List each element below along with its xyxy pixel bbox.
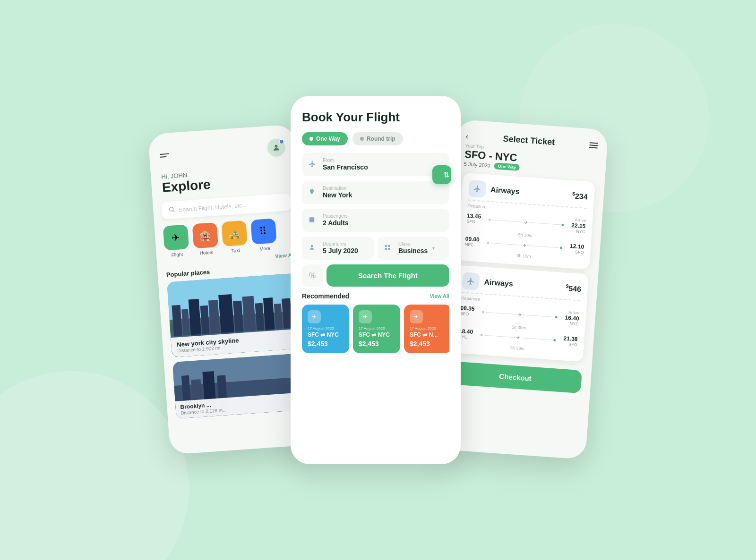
swap-button[interactable]: ⇅ bbox=[432, 165, 451, 184]
rec-price-2: $2,453 bbox=[410, 340, 446, 348]
plane-icon-0-0: ✈ bbox=[524, 220, 528, 225]
rec-route-1: SFC ⇌ NYC bbox=[359, 331, 395, 338]
airline-icon-1 bbox=[462, 272, 480, 290]
search-flight-button[interactable]: Search The Flight bbox=[326, 264, 449, 287]
category-hotels[interactable]: 🏨 Hotels bbox=[192, 222, 219, 256]
round-trip-button[interactable]: Round trip bbox=[352, 132, 403, 145]
rec-card-1[interactable]: ✈ 17 August 2020 SFC ⇌ NYC $2,453 bbox=[353, 305, 400, 353]
phones-container: Hi, JOHN Explore Search Flight, Hotels, … bbox=[94, 96, 662, 464]
destination-value: New York bbox=[323, 191, 352, 199]
recommended-title: Recommended bbox=[302, 292, 349, 300]
rec-card-icon-1: ✈ bbox=[359, 310, 372, 323]
rec-price-1: $2,453 bbox=[359, 340, 395, 348]
person-icon bbox=[309, 244, 318, 252]
arrive-code-1-1: SFO bbox=[558, 341, 577, 348]
ticket-price-1: $546 bbox=[566, 283, 582, 294]
rec-price-0: $2,453 bbox=[308, 340, 344, 348]
one-way-button[interactable]: One Way bbox=[302, 132, 348, 145]
svg-rect-34 bbox=[388, 248, 390, 250]
ticket-price-0: $234 bbox=[572, 191, 588, 202]
svg-rect-31 bbox=[385, 245, 387, 247]
checkout-button[interactable]: Checkout bbox=[448, 361, 582, 393]
class-field[interactable]: Class Business ▾ bbox=[378, 237, 449, 260]
class-value: Business bbox=[398, 247, 428, 255]
one-way-label: One Way bbox=[316, 136, 340, 142]
svg-rect-32 bbox=[388, 245, 390, 247]
search-bar[interactable]: Search Flight, Hotels, etc... bbox=[161, 193, 292, 220]
plane-icon-0-1: ✈ bbox=[523, 242, 527, 248]
promo-icon: % bbox=[309, 272, 316, 280]
airline-name-0: Airways bbox=[490, 186, 568, 199]
promo-field[interactable]: % bbox=[302, 264, 323, 287]
back-button[interactable]: ‹ bbox=[465, 132, 469, 140]
plane-icon-1-0: ✈ bbox=[518, 312, 522, 317]
flight-code-0-0: SFO bbox=[466, 219, 486, 225]
from-label: From bbox=[323, 158, 368, 163]
category-more-label: More bbox=[259, 246, 271, 252]
view-all-recommended[interactable]: View All bbox=[430, 293, 449, 299]
category-flight-label: Flight bbox=[171, 252, 183, 258]
avatar[interactable] bbox=[266, 138, 286, 157]
passengers-field[interactable]: Passengers 2 Adults bbox=[302, 209, 449, 232]
location-icon bbox=[309, 188, 318, 196]
passengers-value: 2 Adults bbox=[323, 219, 349, 227]
plane-icon-1-1: ✈ bbox=[516, 335, 520, 340]
category-flight[interactable]: ✈ Flight bbox=[163, 224, 190, 258]
destination-label: Destination bbox=[323, 186, 352, 191]
round-trip-label: Round trip bbox=[367, 136, 395, 142]
departures-field[interactable]: Departures 5 July 2020 bbox=[302, 237, 374, 260]
rec-date-1: 17 August 2020 bbox=[359, 326, 395, 331]
rec-card-2[interactable]: ✈ 17 August 2020 SFC ⇌ N... $2,453 bbox=[404, 305, 449, 353]
rec-route-0: SFC ⇌ NYC bbox=[308, 331, 344, 338]
arrive-code-0-1: SFO bbox=[565, 249, 584, 255]
recommended-cards: ✈ 17 August 2020 SFC ⇌ NYC $2,453 ✈ 17 A… bbox=[302, 305, 449, 353]
search-icon bbox=[168, 206, 175, 214]
category-taxi[interactable]: 🚕 Taxi bbox=[221, 221, 248, 254]
rec-date-0: 17 August 2020 bbox=[308, 326, 344, 331]
category-hotels-label: Hotels bbox=[199, 250, 213, 256]
svg-point-30 bbox=[311, 245, 313, 247]
passengers-label: Passengers bbox=[323, 213, 349, 219]
rec-date-2: 17 August 2020 bbox=[410, 326, 446, 331]
arrive-code-1-0: NYC bbox=[560, 321, 579, 327]
airline-name-1: Airways bbox=[484, 278, 561, 291]
select-ticket-title: Select Ticket bbox=[503, 134, 555, 147]
svg-line-2 bbox=[173, 211, 174, 212]
menu-icon[interactable] bbox=[589, 142, 598, 148]
arrive-code-0-0: NYC bbox=[566, 228, 585, 234]
flight-code-1-0: SFO bbox=[460, 311, 479, 317]
search-placeholder: Search Flight, Hotels, etc... bbox=[179, 202, 247, 213]
book-title: Book Your Flight bbox=[302, 110, 449, 125]
from-field[interactable]: From San Francisco bbox=[302, 153, 449, 176]
chevron-down-icon: ▾ bbox=[432, 246, 435, 251]
ticket-card-0[interactable]: Airways $234 Departure 13.45 SFO bbox=[457, 173, 595, 270]
grid-icon bbox=[384, 244, 394, 252]
svg-point-0 bbox=[275, 145, 277, 148]
departures-value: 5 July 2020 bbox=[323, 247, 358, 255]
from-value: San Francisco bbox=[323, 163, 368, 171]
svg-rect-26 bbox=[309, 217, 315, 222]
ticket-card-1[interactable]: Airways $546 Departure 08.35 SFO ✈ bbox=[451, 265, 589, 362]
class-label: Class bbox=[398, 241, 428, 246]
calendar-icon bbox=[309, 216, 318, 224]
airline-icon-0 bbox=[468, 180, 486, 198]
rec-route-2: SFC ⇌ N... bbox=[410, 331, 446, 338]
hamburger-icon[interactable] bbox=[160, 153, 170, 158]
flight-code-0-1: NFC bbox=[465, 242, 484, 248]
category-taxi-label: Taxi bbox=[231, 248, 240, 254]
svg-point-1 bbox=[169, 207, 173, 212]
category-more[interactable]: ⠿ More bbox=[250, 218, 277, 252]
place-card-nyc[interactable]: New york city skyline Distance to 2,902 … bbox=[167, 273, 301, 357]
rec-card-icon-2: ✈ bbox=[410, 310, 423, 323]
rec-card-0[interactable]: ✈ 17 August 2020 SFC ⇌ NYC $2,453 bbox=[302, 305, 349, 353]
trip-type-row: One Way Round trip bbox=[302, 132, 449, 145]
destination-field[interactable]: Destination New York bbox=[302, 181, 449, 204]
svg-rect-33 bbox=[385, 248, 387, 250]
one-way-badge: One Way bbox=[494, 162, 520, 171]
place-card-brooklyn[interactable]: Brooklyn ... Distance to 2,128 m... bbox=[172, 353, 306, 419]
plane-icon bbox=[309, 160, 318, 169]
departures-label: Departures bbox=[323, 241, 358, 246]
rec-card-icon-0: ✈ bbox=[308, 310, 321, 323]
trip-date: 5 July 2020 bbox=[464, 161, 490, 169]
center-phone: Book Your Flight One Way Round trip bbox=[291, 96, 461, 464]
